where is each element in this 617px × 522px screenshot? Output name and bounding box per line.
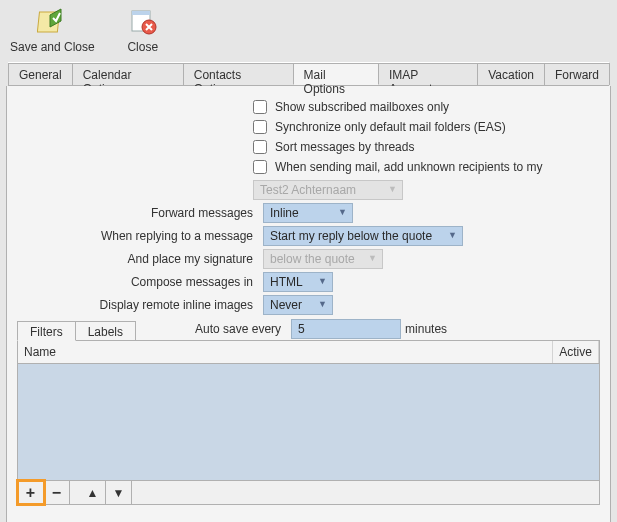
reply-label: When replying to a message (17, 229, 253, 243)
column-active[interactable]: Active (553, 341, 599, 363)
add-filter-button[interactable]: + (18, 481, 44, 504)
compose-select[interactable]: HTML (263, 272, 333, 292)
subscribed-checkbox-row[interactable]: Show subscribed mailboxes only (253, 100, 600, 114)
subtab-filters[interactable]: Filters (17, 321, 76, 341)
signature-place-label: And place my signature (17, 252, 253, 266)
address-book-select-value: Test2 Achternaam (253, 180, 403, 200)
save-close-icon (36, 6, 68, 38)
toolbar-spacer (132, 481, 599, 504)
close-button[interactable]: Close (123, 4, 163, 56)
add-unknown-label: When sending mail, add unknown recipient… (275, 160, 542, 174)
remote-images-select[interactable]: Never (263, 295, 333, 315)
subscribed-checkbox[interactable] (253, 100, 267, 114)
triangle-up-icon: ▲ (87, 486, 99, 500)
tab-imap-accounts[interactable]: IMAP Accounts (378, 63, 478, 85)
move-up-button[interactable]: ▲ (80, 481, 106, 504)
filters-table-body (18, 364, 599, 480)
main-tabs: General Calendar Options Contacts Option… (8, 62, 609, 86)
save-and-close-button[interactable]: Save and Close (6, 4, 99, 56)
toolbar-separator (70, 481, 80, 504)
mail-options-panel: Show subscribed mailboxes only Synchroni… (6, 86, 611, 522)
address-book-select: Test2 Achternaam (253, 180, 403, 200)
sub-tabs: Filters Labels (17, 321, 135, 341)
column-name[interactable]: Name (18, 341, 553, 363)
save-close-label: Save and Close (10, 40, 95, 54)
autosave-input[interactable] (291, 319, 401, 339)
sort-threads-label: Sort messages by threads (275, 140, 414, 154)
tab-mail-options[interactable]: Mail Options (293, 63, 379, 85)
tab-forward[interactable]: Forward (544, 63, 610, 85)
sync-default-checkbox[interactable] (253, 120, 267, 134)
signature-place-select: below the quote (263, 249, 383, 269)
subscribed-label: Show subscribed mailboxes only (275, 100, 449, 114)
sync-default-checkbox-row[interactable]: Synchronize only default mail folders (E… (253, 120, 600, 134)
compose-label: Compose messages in (17, 275, 253, 289)
svg-rect-2 (132, 11, 150, 15)
tab-general[interactable]: General (8, 63, 73, 85)
remote-images-label: Display remote inline images (17, 298, 253, 312)
minus-icon: − (52, 484, 61, 502)
sort-threads-checkbox[interactable] (253, 140, 267, 154)
tab-vacation[interactable]: Vacation (477, 63, 545, 85)
forward-messages-label: Forward messages (17, 206, 253, 220)
subtab-labels[interactable]: Labels (75, 321, 136, 341)
tab-contacts-options[interactable]: Contacts Options (183, 63, 294, 85)
forward-messages-select[interactable]: Inline (263, 203, 353, 223)
filters-toolbar: + − ▲ ▼ (17, 481, 600, 505)
sync-default-label: Synchronize only default mail folders (E… (275, 120, 506, 134)
autosave-unit: minutes (405, 322, 447, 336)
close-label: Close (127, 40, 158, 54)
tab-calendar-options[interactable]: Calendar Options (72, 63, 184, 85)
triangle-down-icon: ▼ (113, 486, 125, 500)
reply-select[interactable]: Start my reply below the quote (263, 226, 463, 246)
sort-threads-checkbox-row[interactable]: Sort messages by threads (253, 140, 600, 154)
add-unknown-checkbox-row[interactable]: When sending mail, add unknown recipient… (253, 160, 600, 174)
move-down-button[interactable]: ▼ (106, 481, 132, 504)
filters-table: Name Active (17, 340, 600, 481)
close-icon (127, 6, 159, 38)
remove-filter-button[interactable]: − (44, 481, 70, 504)
plus-icon: + (26, 484, 35, 502)
add-unknown-checkbox[interactable] (253, 160, 267, 174)
autosave-label: Auto save every (165, 322, 281, 336)
